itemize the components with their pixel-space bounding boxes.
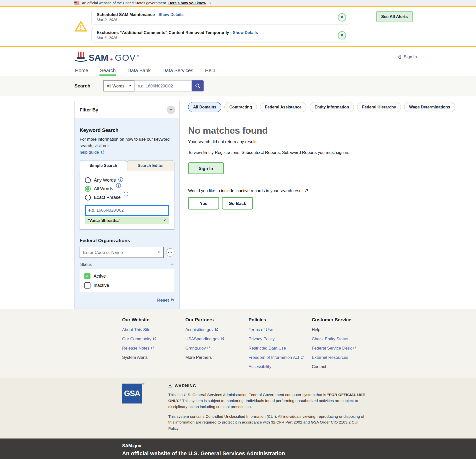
footer-link-release-notes[interactable]: Release Notes <box>122 346 185 351</box>
footer-link-privacy-policy[interactable]: Privacy Policy <box>249 337 312 341</box>
reset-filters-link[interactable]: Reset <box>157 297 169 302</box>
footer-link-restricted-data-use[interactable]: Restricted Data Use <box>249 346 312 351</box>
nav-item-help[interactable]: Help <box>204 65 216 76</box>
search-mode-value: All Words <box>107 83 124 88</box>
footer-column-policies: Policies Terms of Use Privacy Policy Res… <box>249 317 312 374</box>
page: An official website of the United States… <box>0 0 476 459</box>
radio-circle <box>85 177 91 183</box>
sign-in-button[interactable]: Sign In <box>188 162 224 174</box>
close-alert-button[interactable]: ✕ <box>338 13 346 21</box>
collapse-filters-button[interactable]: − <box>167 106 175 114</box>
checkbox-checked-icon: ✓ <box>84 273 90 279</box>
footer-link-accessibility[interactable]: Accessibility <box>249 364 312 369</box>
yes-button[interactable]: Yes <box>188 197 219 210</box>
status-checkbox-group: ✓ Active Inactive <box>80 269 175 292</box>
heres-how-you-know-link[interactable]: Here’s how you know <box>168 1 206 5</box>
domain-tab-federal-assistance[interactable]: Federal Assistance <box>260 102 307 112</box>
alerts-section: Scheduled SAM Maintenance Show Details M… <box>0 7 476 47</box>
footer-link-about-this-site[interactable]: About This Site <box>122 327 185 332</box>
login-icon <box>396 54 402 59</box>
search-mode-select[interactable]: All Words ▼ <box>103 80 134 91</box>
select-caret-icon: ▼ <box>129 84 131 87</box>
remove-chip-icon[interactable]: ✕ <box>163 218 166 222</box>
keyword-input[interactable] <box>85 205 169 216</box>
external-link-icon <box>221 337 224 340</box>
status-toggle-row[interactable]: Status <box>80 262 175 267</box>
footer-heading: Our Website <box>122 317 185 322</box>
footer-column-our-partners: Our Partners Acquisition.gov USASpending… <box>185 317 249 374</box>
radio-any-words[interactable]: Any Words i <box>85 177 169 183</box>
search-submit-button[interactable] <box>192 80 204 91</box>
domain-tab-entity-information[interactable]: Entity Information <box>310 102 354 112</box>
external-link-icon <box>301 356 304 359</box>
footer-link-help[interactable]: Help <box>312 327 375 332</box>
domain-tab-contracting[interactable]: Contracting <box>224 102 257 112</box>
search-bar-row: Search All Words ▼ <box>0 76 476 96</box>
more-options-button[interactable]: ··· <box>166 248 174 256</box>
domain-tab-all-domains[interactable]: All Domains <box>188 102 221 112</box>
info-icon[interactable]: i <box>124 192 128 196</box>
sign-in-link[interactable]: Sign In <box>396 54 417 59</box>
footer-link-check-entity-status[interactable]: Check Entity Status <box>312 337 375 341</box>
external-link-icon <box>151 347 154 350</box>
external-link-icon <box>353 347 356 350</box>
status-label: Status <box>80 262 92 267</box>
nav-item-search[interactable]: Search <box>99 65 116 76</box>
footer-link-federal-service-desk[interactable]: Federal Service Desk <box>312 346 375 351</box>
primary-nav: Home Search Data Bank Data Services Help <box>0 65 476 76</box>
nav-item-home[interactable]: Home <box>74 65 89 76</box>
footer-column-customer-service: Customer Service Help Check Entity Statu… <box>312 317 375 374</box>
chevron-up-icon <box>170 263 174 266</box>
close-alert-button[interactable]: ✕ <box>338 31 346 39</box>
warning-triangle-icon <box>74 10 87 42</box>
bottom-official-line: An official website of the U.S. General … <box>122 450 476 457</box>
domain-tab-wage-determinations[interactable]: Wage Determinations <box>404 102 455 112</box>
footer-heading: Policies <box>249 317 312 322</box>
checkbox-active[interactable]: ✓ Active <box>84 273 170 279</box>
checkbox-inactive[interactable]: Inactive <box>84 282 170 289</box>
select-caret-icon: ▼ <box>157 251 160 254</box>
go-back-button[interactable]: Go Back <box>222 197 253 210</box>
gsa-registered-mark: ® <box>142 382 144 385</box>
footer-link-contact[interactable]: Contact <box>312 364 375 369</box>
footer-link-our-community[interactable]: Our Community <box>122 337 185 341</box>
info-icon[interactable]: i <box>116 183 121 188</box>
footer-heading: Our Partners <box>185 317 249 322</box>
footer-link-acquisition-gov[interactable]: Acquisition.gov <box>185 327 249 332</box>
sam-gov-logo[interactable]: SAM ★ GOV ® <box>74 51 139 62</box>
info-icon[interactable]: i <box>118 177 123 182</box>
footer-link-more-partners[interactable]: More Partners <box>185 355 249 360</box>
radio-exact-phrase[interactable]: Exact Phrase i <box>85 195 169 201</box>
external-link-icon <box>215 328 218 331</box>
keyword-search-tabs: Simple Search Search Editor <box>80 160 175 171</box>
footer-link-foia[interactable]: Freedom of Information Act <box>249 355 312 360</box>
gov-banner-text: An official website of the United States… <box>82 1 166 5</box>
keyword-chip-label: "Amar Shrestha" <box>88 218 120 223</box>
nav-item-data-services[interactable]: Data Services <box>162 65 194 76</box>
alert-date: Mar 9, 2026 <box>97 18 334 22</box>
gsa-logo: GSA ® <box>122 384 142 432</box>
tab-search-editor[interactable]: Search Editor <box>127 160 174 171</box>
footer-link-external-resources[interactable]: External Resources <box>312 355 375 360</box>
federal-organizations-select[interactable]: Enter Code or Name ▼ <box>80 247 164 258</box>
show-details-link[interactable]: Show Details <box>158 12 183 17</box>
radio-circle <box>85 195 91 201</box>
see-all-alerts-button[interactable]: See All Alerts <box>376 11 413 22</box>
bottom-identifier-bar: SAM.gov An official website of the U.S. … <box>0 439 476 459</box>
inactive-records-question: Would you like to include inactive recor… <box>188 188 465 193</box>
show-details-link[interactable]: Show Details <box>233 30 258 35</box>
alert-title: Scheduled SAM Maintenance <box>97 12 155 17</box>
footer-column-our-website: Our Website About This Site Our Communit… <box>122 317 185 374</box>
help-guide-link[interactable]: help guide <box>80 150 99 155</box>
tab-simple-search[interactable]: Simple Search <box>80 160 127 171</box>
filter-panel: Filter By − Keyword Search For more info… <box>74 101 180 309</box>
top-search-input[interactable] <box>134 80 192 91</box>
radio-all-words[interactable]: All Words i <box>85 186 169 192</box>
footer-link-system-alerts[interactable]: System Alerts <box>122 355 185 360</box>
footer-link-usaspending-gov[interactable]: USASpending.gov <box>185 337 249 341</box>
nav-item-data-bank[interactable]: Data Bank <box>127 65 151 76</box>
domain-tab-federal-hierarchy[interactable]: Federal Hierarchy <box>357 102 401 112</box>
footer-link-terms-of-use[interactable]: Terms of Use <box>249 327 312 332</box>
domain-tabs: All Domains Contracting Federal Assistan… <box>188 102 465 112</box>
footer-link-grants-gov[interactable]: Grants.gov <box>185 346 249 351</box>
